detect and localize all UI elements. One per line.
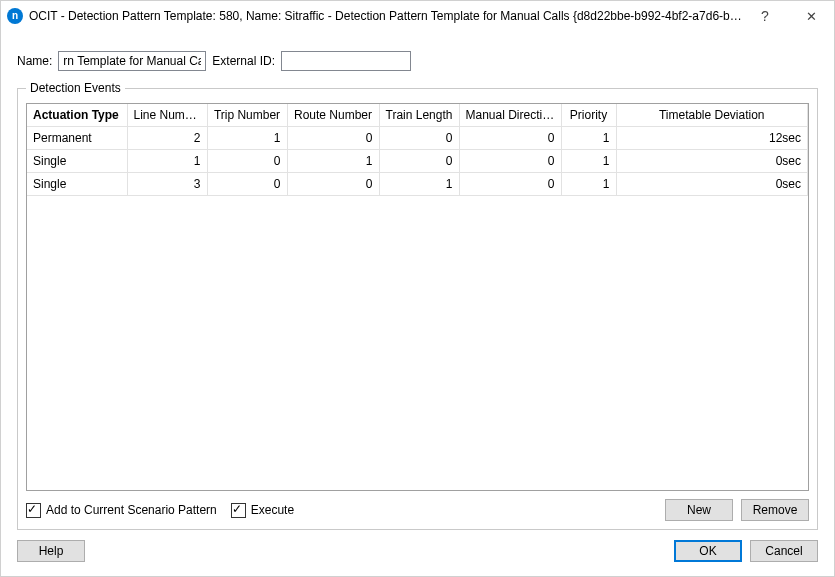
cell-train-length[interactable]: 1 — [379, 173, 459, 196]
form-row: Name: External ID: — [17, 51, 818, 71]
cell-trip-number[interactable]: 0 — [207, 150, 287, 173]
remove-button[interactable]: Remove — [741, 499, 809, 521]
cell-line-number[interactable]: 1 — [127, 150, 207, 173]
cell-actuation-type[interactable]: Single — [27, 150, 127, 173]
window-title: OCIT - Detection Pattern Template: 580, … — [29, 9, 742, 23]
cell-priority[interactable]: 1 — [561, 150, 616, 173]
fieldset-buttons: New Remove — [665, 499, 809, 521]
name-label: Name: — [17, 54, 52, 68]
help-button[interactable]: Help — [17, 540, 85, 562]
cell-actuation-type[interactable]: Single — [27, 173, 127, 196]
titlebar: n OCIT - Detection Pattern Template: 580… — [1, 1, 834, 31]
cancel-button[interactable]: Cancel — [750, 540, 818, 562]
cell-line-number[interactable]: 2 — [127, 127, 207, 150]
table-header-row: Actuation Type Line Number Trip Number R… — [27, 104, 808, 127]
external-id-label: External ID: — [212, 54, 275, 68]
dialog-buttons-right: OK Cancel — [674, 540, 818, 562]
new-button[interactable]: New — [665, 499, 733, 521]
col-timetable-deviation[interactable]: Timetable Deviation — [616, 104, 808, 127]
context-help-button[interactable]: ? — [742, 1, 788, 31]
checkbox-execute-icon — [231, 503, 246, 518]
dialog-button-row: Help OK Cancel — [17, 540, 818, 562]
cell-line-number[interactable]: 3 — [127, 173, 207, 196]
cell-train-length[interactable]: 0 — [379, 127, 459, 150]
cell-train-length[interactable]: 0 — [379, 150, 459, 173]
ok-button[interactable]: OK — [674, 540, 742, 562]
cell-route-number[interactable]: 0 — [287, 173, 379, 196]
detection-events-table: Actuation Type Line Number Trip Number R… — [27, 104, 808, 196]
table-row[interactable]: Single3001010sec — [27, 173, 808, 196]
detection-events-table-wrap[interactable]: Actuation Type Line Number Trip Number R… — [26, 103, 809, 491]
app-icon: n — [7, 8, 23, 24]
dialog-window: n OCIT - Detection Pattern Template: 580… — [0, 0, 835, 577]
checkbox-add-icon — [26, 503, 41, 518]
checkbox-execute[interactable]: Execute — [231, 503, 294, 518]
col-route-number[interactable]: Route Number — [287, 104, 379, 127]
dialog-body: Name: External ID: Detection Events — [1, 31, 834, 576]
cell-timetable-deviation[interactable]: 0sec — [616, 150, 808, 173]
checkbox-add-to-scenario[interactable]: Add to Current Scenario Pattern — [26, 503, 217, 518]
cell-timetable-deviation[interactable]: 12sec — [616, 127, 808, 150]
fieldset-bottom-row: Add to Current Scenario Pattern Execute … — [26, 499, 809, 521]
cell-priority[interactable]: 1 — [561, 127, 616, 150]
checkbox-add-label: Add to Current Scenario Pattern — [46, 503, 217, 517]
cell-timetable-deviation[interactable]: 0sec — [616, 173, 808, 196]
checkbox-execute-label: Execute — [251, 503, 294, 517]
cell-route-number[interactable]: 1 — [287, 150, 379, 173]
col-line-number[interactable]: Line Number — [127, 104, 207, 127]
cell-trip-number[interactable]: 1 — [207, 127, 287, 150]
col-actuation-type[interactable]: Actuation Type — [27, 104, 127, 127]
table-row[interactable]: Single1010010sec — [27, 150, 808, 173]
detection-events-legend: Detection Events — [26, 81, 125, 95]
cell-priority[interactable]: 1 — [561, 173, 616, 196]
cell-manual-direction[interactable]: 0 — [459, 150, 561, 173]
cell-trip-number[interactable]: 0 — [207, 173, 287, 196]
detection-events-fieldset: Detection Events Ac — [17, 81, 818, 530]
col-train-length[interactable]: Train Length — [379, 104, 459, 127]
col-trip-number[interactable]: Trip Number — [207, 104, 287, 127]
close-button[interactable]: ✕ — [788, 1, 834, 31]
name-input[interactable] — [58, 51, 206, 71]
cell-route-number[interactable]: 0 — [287, 127, 379, 150]
col-priority[interactable]: Priority — [561, 104, 616, 127]
window-buttons: ? ✕ — [742, 1, 834, 31]
external-id-input[interactable] — [281, 51, 411, 71]
col-manual-direction[interactable]: Manual Direction — [459, 104, 561, 127]
cell-manual-direction[interactable]: 0 — [459, 127, 561, 150]
cell-manual-direction[interactable]: 0 — [459, 173, 561, 196]
cell-actuation-type[interactable]: Permanent — [27, 127, 127, 150]
table-row[interactable]: Permanent21000112sec — [27, 127, 808, 150]
